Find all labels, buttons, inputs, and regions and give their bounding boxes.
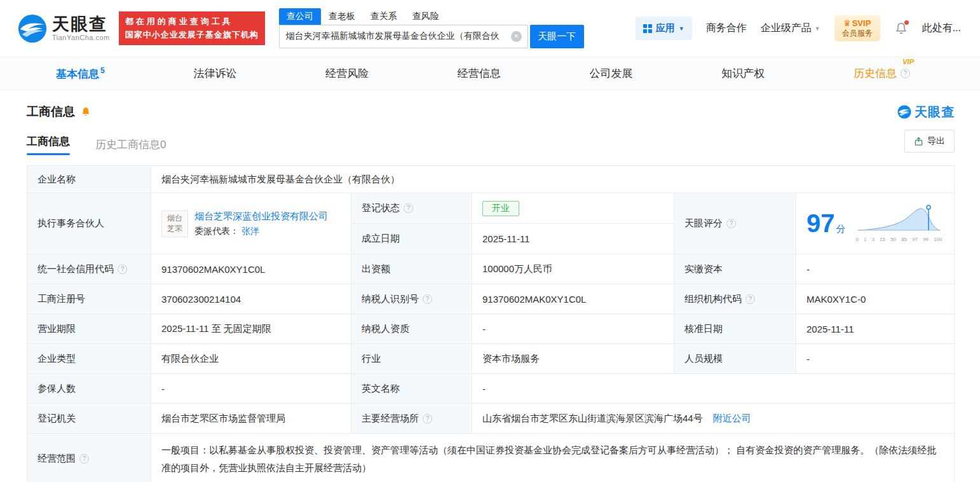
tianyancha-logo[interactable]: 天眼查 TianYanCha.com <box>18 14 110 43</box>
company-name-value: 烟台夹河幸福新城城市发展母基金合伙企业（有限合伙） <box>151 166 954 193</box>
enterprise-products-label: 企业级产品 <box>761 22 812 35</box>
watermark-text: 天眼查 <box>915 104 955 121</box>
establish-date-value: 2025-11-11 <box>472 224 674 254</box>
field-label-industry: 行业 <box>351 344 472 373</box>
user-name[interactable]: 此处有... <box>922 22 961 35</box>
help-icon[interactable]: ? <box>118 265 127 274</box>
table-row: 登记机关 烟台市芝罘区市场监督管理局 主要经营场所? 山东省烟台市芝罘区东山街道… <box>27 404 954 434</box>
registration-number-value: 370602300214104 <box>151 284 351 313</box>
help-icon[interactable]: ? <box>745 294 755 304</box>
field-label-taxpayer-quality: 纳税人资质 <box>351 314 472 343</box>
tab-operating-info[interactable]: 经营信息 <box>458 66 501 81</box>
score-distribution-chart: 0131550859799100 <box>856 205 943 242</box>
svip-membership-badge[interactable]: ♛SVIP 会员服务 <box>834 15 880 41</box>
field-label-registration-authority: 登记机关 <box>27 404 151 433</box>
table-row: 企业名称 烟台夹河幸福新城城市发展母基金合伙企业（有限合伙） <box>27 166 954 193</box>
field-label-business-address: 主要经营场所? <box>351 404 472 433</box>
tianyancha-logo-icon <box>18 14 47 43</box>
taxpayer-id-value: 91370602MAK0XY1C0L <box>472 284 674 313</box>
field-label-approval-date: 核准日期 <box>674 314 796 343</box>
staff-size-value: - <box>796 344 954 373</box>
enterprise-products-link[interactable]: 企业级产品 ▼ <box>761 22 820 35</box>
search-tabs: 查公司 查老板 查关系 查风险 <box>279 9 584 25</box>
business-scope-value: 一般项目：以私募基金从事股权投资、投资管理、资产管理等活动（须在中国证券投资基金… <box>151 434 954 482</box>
field-label-registration-number: 工商注册号 <box>27 284 151 313</box>
help-icon[interactable]: ? <box>726 219 736 228</box>
content: 工商信息 天眼查 工商信息 历史工商信息0 导出 <box>0 90 980 482</box>
help-icon[interactable]: ? <box>423 294 432 304</box>
search-block: 查公司 查老板 查关系 查风险 × 天眼一下 <box>279 9 584 48</box>
capital-value: 100000万人民币 <box>472 254 674 284</box>
notification-dot <box>904 20 909 25</box>
executive-partner-cell: 烟台 芝罘 烟台芝罘深蓝创业投资有限公司 委派代表： 张洋 <box>151 193 351 254</box>
subtab-history-business-info[interactable]: 历史工商信息0 <box>95 131 166 152</box>
help-icon[interactable]: ? <box>79 454 89 464</box>
table-row: 经营范围? 一般项目：以私募基金从事股权投资、投资管理、资产管理等活动（须在中国… <box>27 434 954 482</box>
chevron-down-icon: ▼ <box>815 25 820 32</box>
tab-basic-info[interactable]: 基本信息5 <box>56 66 105 81</box>
english-name-value: - <box>472 374 954 403</box>
help-icon[interactable]: ? <box>404 203 413 213</box>
search-tab-boss[interactable]: 查老板 <box>321 8 363 25</box>
representative-link[interactable]: 张洋 <box>242 226 259 236</box>
subtabs: 工商信息 历史工商信息0 导出 <box>27 127 955 155</box>
field-label-staff-size: 人员规模 <box>674 344 796 373</box>
field-label-paid-capital: 实缴资本 <box>674 254 796 284</box>
approval-date-value: 2025-11-11 <box>796 314 954 343</box>
chevron-down-icon: ▼ <box>679 25 684 32</box>
help-icon[interactable]: ? <box>901 69 910 78</box>
logo-brand-text: 天眼查 <box>52 15 110 34</box>
search-button[interactable]: 天眼一下 <box>530 25 584 48</box>
representative-label: 委派代表： <box>194 226 239 236</box>
business-info-table: 企业名称 烟台夹河幸福新城城市发展母基金合伙企业（有限合伙） 执行事务合伙人 烟… <box>27 165 955 482</box>
partner-logo[interactable]: 烟台 芝罘 <box>161 210 188 237</box>
credit-code-value: 91370602MAK0XY1C0L <box>151 254 351 284</box>
tab-history-info[interactable]: VIP 历史信息 ? <box>854 66 910 81</box>
field-label-english-name: 英文名称 <box>351 374 472 403</box>
field-label-business-term: 营业期限 <box>27 314 151 343</box>
registration-authority-value: 烟台市芝罘区市场监督管理局 <box>151 404 351 433</box>
apps-menu[interactable]: 应用 ▼ <box>636 17 692 40</box>
field-label-company-name: 企业名称 <box>27 166 151 193</box>
tianyancha-watermark: 天眼查 <box>897 104 955 121</box>
header-right: 应用 ▼ 商务合作 企业级产品 ▼ ♛SVIP 会员服务 此处有... <box>636 15 961 41</box>
table-row: 执行事务合伙人 烟台 芝罘 烟台芝罘深蓝创业投资有限公司 委派代表： 张洋 <box>27 193 954 254</box>
section-title: 工商信息 <box>27 104 75 120</box>
export-button[interactable]: 导出 <box>904 130 955 153</box>
status-badge: 开业 <box>482 201 519 216</box>
vip-tag: VIP <box>902 58 914 65</box>
help-icon[interactable]: ? <box>423 414 432 423</box>
logo-domain-text: TianYanCha.com <box>52 34 110 41</box>
notification-bell-icon[interactable] <box>894 22 908 36</box>
field-label-capital: 出资额 <box>351 254 472 284</box>
search-tab-risk[interactable]: 查风险 <box>405 8 447 25</box>
tab-legal-proceedings[interactable]: 法律诉讼 <box>193 66 236 81</box>
apps-label: 应用 <box>656 22 675 34</box>
partner-company-link[interactable]: 烟台芝罘深蓝创业投资有限公司 <box>194 208 328 224</box>
company-type-value: 有限合伙企业 <box>151 344 351 373</box>
table-row: 工商注册号 370602300214104 纳税人识别号? 91370602MA… <box>27 284 954 314</box>
tab-company-development[interactable]: 公司发展 <box>590 66 633 81</box>
subscribe-bell-icon[interactable] <box>80 106 92 118</box>
business-term-value: 2025-11-11 至 无固定期限 <box>151 314 351 343</box>
tianyancha-watermark-icon <box>897 105 911 119</box>
org-code-value: MAK0XY1C-0 <box>796 284 954 313</box>
tab-intellectual-property[interactable]: 知识产权 <box>721 66 765 81</box>
table-row: 营业期限 2025-11-11 至 无固定期限 纳税人资质 - 核准日期 202… <box>27 314 954 344</box>
svip-label: SVIP <box>852 18 871 28</box>
field-label-tianyan-score: 天眼评分? <box>674 193 796 254</box>
business-cooperation-link[interactable]: 商务合作 <box>706 22 747 35</box>
slogan-line1: 都在用的商业查询工具 <box>125 15 259 29</box>
table-row: 参保人数 - 英文名称 - <box>27 374 954 404</box>
clear-icon[interactable]: × <box>511 31 522 42</box>
crown-icon: ♛ <box>843 18 851 28</box>
tab-operating-risk[interactable]: 经营风险 <box>325 66 369 81</box>
nearby-companies-link[interactable]: 附近公司 <box>713 413 751 425</box>
field-label-establish-date: 成立日期 <box>351 224 472 254</box>
tab-badge-count: 5 <box>100 66 105 75</box>
field-label-insured-count: 参保人数 <box>27 374 151 403</box>
search-tab-company[interactable]: 查公司 <box>279 8 321 25</box>
search-tab-relation[interactable]: 查关系 <box>363 8 405 25</box>
search-input[interactable] <box>279 25 528 48</box>
subtab-business-info[interactable]: 工商信息 <box>27 128 70 155</box>
